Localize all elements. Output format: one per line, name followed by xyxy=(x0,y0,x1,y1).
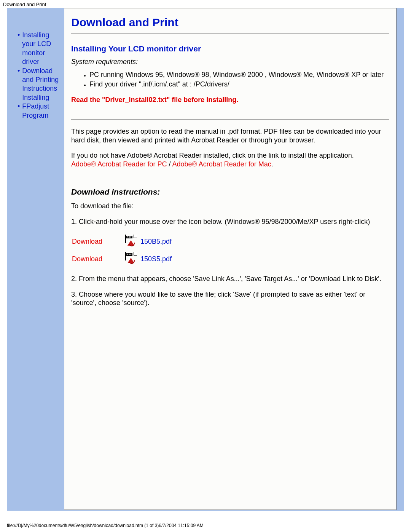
bullet-icon: • xyxy=(18,31,20,40)
download-step-2: 2. From the menu that appears, choose 'S… xyxy=(71,275,389,283)
sidebar-item-install-driver[interactable]: • Installing your LCD monitor driver xyxy=(18,31,64,67)
download-instructions-heading: Download instructions: xyxy=(71,187,389,197)
download-step-1: 1. Click-and-hold your mouse over the ic… xyxy=(71,217,389,226)
acrobat-pc-link[interactable]: Adobe® Acrobat Reader for PC xyxy=(71,160,167,168)
download-label: Download xyxy=(72,255,114,263)
sysreq-item: PC running Windows 95, Windows® 98, Wind… xyxy=(89,70,389,79)
sidebar-link[interactable]: Download and Printing Instructions Insta… xyxy=(22,67,64,102)
pdf-icon: PDF xyxy=(125,235,137,248)
download-label: Download xyxy=(72,238,114,246)
acrobat-separator: / xyxy=(167,160,172,168)
pdf-download-link-150b5[interactable]: PDF 150B5.pdf xyxy=(125,235,172,248)
acrobat-mac-link[interactable]: Adobe® Acrobat Reader for Mac xyxy=(172,160,271,168)
page-header: Download and Print xyxy=(0,0,411,8)
sidebar-item-fpadjust[interactable]: • FPadjust Program xyxy=(18,102,64,120)
content-frame: • Installing your LCD monitor driver • D… xyxy=(7,8,404,511)
page-title: Download and Print xyxy=(71,16,389,29)
intro-paragraph: This page provides an option to read the… xyxy=(71,127,389,144)
pdf-download-link-150s5[interactable]: PDF 150S5.pdf xyxy=(125,252,172,265)
main-content: Download and Print Installing Your LCD m… xyxy=(64,8,397,510)
bullet-icon: • xyxy=(18,67,20,75)
divider xyxy=(71,33,389,34)
download-step-3: 3. Choose where you would like to save t… xyxy=(71,290,389,307)
sysreq-list: PC running Windows 95, Windows® 98, Wind… xyxy=(71,70,389,88)
install-warning: Read the "Driver_install02.txt" file bef… xyxy=(71,96,389,104)
acrobat-pre-text: If you do not have Adobe® Acrobat Reader… xyxy=(71,152,354,159)
sysreq-label: System requirements: xyxy=(71,58,389,66)
bullet-icon: • xyxy=(18,102,20,111)
acrobat-paragraph: If you do not have Adobe® Acrobat Reader… xyxy=(71,151,389,168)
pdf-icon: PDF xyxy=(125,252,137,265)
download-intro: To download the file: xyxy=(71,202,389,211)
divider xyxy=(71,119,389,120)
sidebar-nav: • Installing your LCD monitor driver • D… xyxy=(7,31,64,120)
footer-path: file:///D|/My%20documents/dfu/W5/english… xyxy=(7,523,204,528)
sidebar-link[interactable]: Installing your LCD monitor driver xyxy=(22,31,64,67)
sysreq-item: Find your driver ".inf/.icm/.cat" at : /… xyxy=(89,80,389,89)
sidebar-link[interactable]: FPadjust Program xyxy=(22,102,64,120)
download-row: Download PDF 150S5.pdf xyxy=(72,252,389,265)
acrobat-post-text: . xyxy=(271,160,273,168)
section-heading-install: Installing Your LCD monitor driver xyxy=(71,44,389,53)
downloads-list: Download PDF 150B5.pdf Download xyxy=(72,235,389,265)
pdf-filename: 150S5.pdf xyxy=(140,255,172,263)
pdf-filename: 150B5.pdf xyxy=(140,238,172,246)
download-row: Download PDF 150B5.pdf xyxy=(72,235,389,248)
sidebar-item-download-print[interactable]: • Download and Printing Instructions Ins… xyxy=(18,67,64,102)
